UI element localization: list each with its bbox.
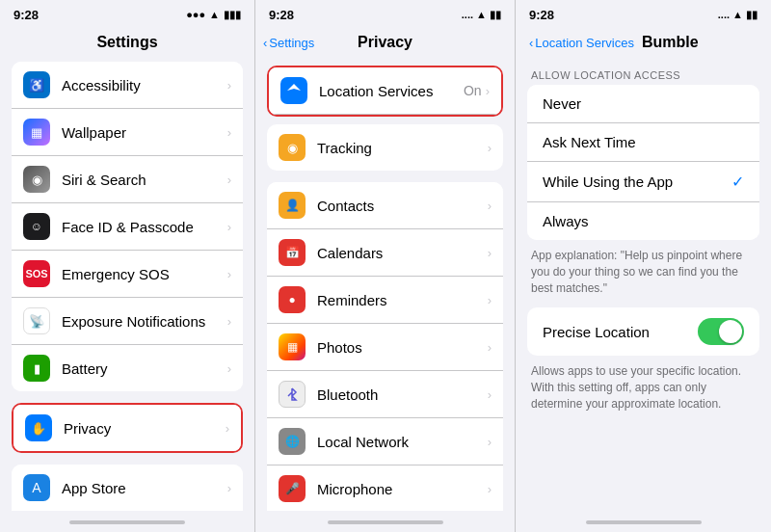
- list-item-battery[interactable]: ▮ Battery ›: [12, 345, 243, 391]
- microphone-p-icon: 🎤: [279, 475, 306, 502]
- location-value: On: [464, 83, 482, 98]
- tracking-chevron: ›: [488, 141, 492, 155]
- sos-chevron: ›: [227, 267, 231, 281]
- signal-icon-m: .... ▲ ▮▮: [462, 9, 501, 21]
- list-item-faceid[interactable]: ☺ Face ID & Passcode ›: [12, 203, 243, 251]
- left-scroll: ♿ Accessibility › ▦ Wallpaper › ◉ Siri &…: [0, 62, 254, 511]
- left-title: Settings: [96, 34, 157, 51]
- list-item-exposure[interactable]: 📡 Exposure Notifications ›: [12, 298, 243, 345]
- option-never[interactable]: Never: [527, 85, 759, 123]
- tracking-icon: ◉: [279, 134, 306, 161]
- svg-marker-0: [287, 84, 301, 91]
- appstore-chevron: ›: [227, 481, 231, 495]
- accessibility-icon: ♿: [23, 71, 50, 98]
- tracking-list: ◉ Tracking ›: [267, 124, 503, 171]
- list-item-location[interactable]: Location Services On ›: [269, 67, 501, 115]
- left-section-1: ♿ Accessibility › ▦ Wallpaper › ◉ Siri &…: [12, 62, 243, 391]
- battery-label: Battery: [62, 360, 227, 377]
- sos-icon: SOS: [23, 260, 50, 287]
- precise-location-row[interactable]: Precise Location: [527, 307, 759, 356]
- battery-chevron: ›: [227, 361, 231, 376]
- photos-p-chevron: ›: [488, 340, 492, 355]
- accessibility-chevron: ›: [227, 78, 231, 93]
- option-next-time[interactable]: Ask Next Time: [527, 123, 759, 162]
- microphone-p-chevron: ›: [488, 482, 492, 496]
- faceid-icon: ☺: [23, 213, 50, 240]
- middle-bottom-bar: [255, 511, 515, 532]
- microphone-p-label: Microphone: [317, 481, 488, 497]
- reminders-p-icon: ●: [279, 286, 306, 313]
- left-bottom-bar: [0, 511, 254, 532]
- always-label: Always: [543, 213, 589, 229]
- precise-location-section: Precise Location: [527, 307, 759, 356]
- precise-location-toggle[interactable]: [698, 318, 744, 345]
- calendars-p-icon: 📅: [279, 239, 306, 266]
- middle-back-label: Settings: [269, 36, 314, 50]
- exposure-chevron: ›: [227, 314, 231, 329]
- precise-description: Allows apps to use your specific locatio…: [516, 356, 771, 423]
- right-back-label: Location Services: [535, 36, 634, 50]
- right-panel: 9:28 .... ▲ ▮▮ ‹ Location Services Bumbl…: [516, 0, 771, 532]
- bluetooth-p-label: Bluetooth: [317, 386, 488, 403]
- reminders-p-chevron: ›: [488, 293, 492, 307]
- bluetooth-svg: [286, 386, 298, 402]
- reminders-p-label: Reminders: [317, 292, 488, 308]
- appstore-label: App Store: [62, 480, 227, 496]
- middle-status-bar: 9:28 .... ▲ ▮▮: [255, 0, 515, 27]
- photos-p-label: Photos: [317, 339, 488, 356]
- list-item-reminders-p[interactable]: ● Reminders ›: [267, 277, 503, 324]
- location-box-wrap: Location Services On ›: [267, 66, 503, 117]
- right-time: 9:28: [529, 8, 554, 22]
- right-bottom-bar: [516, 511, 771, 532]
- localnet-p-label: Local Network: [317, 434, 488, 450]
- chevron-left-icon: ‹: [263, 36, 267, 50]
- list-item-privacy[interactable]: ✋ Privacy ›: [13, 405, 241, 451]
- privacy-label: Privacy: [64, 420, 226, 437]
- calendars-p-label: Calendars: [317, 245, 488, 261]
- location-icon: [280, 77, 307, 104]
- sos-label: Emergency SOS: [62, 266, 227, 282]
- faceid-chevron: ›: [227, 220, 231, 234]
- photos-p-icon: ▦: [279, 333, 306, 360]
- wallpaper-icon: ▦: [23, 119, 50, 146]
- list-item-tracking[interactable]: ◉ Tracking ›: [267, 124, 503, 171]
- contacts-p-chevron: ›: [488, 199, 492, 213]
- left-panel: 9:28 ●●● ▲ ▮▮▮ Settings ♿ Accessibility …: [0, 0, 255, 532]
- middle-back-btn[interactable]: ‹ Settings: [263, 36, 314, 50]
- battery-icon: ▮▮▮: [224, 9, 241, 21]
- wifi-icon: ▲: [209, 9, 220, 20]
- list-item-photos-p[interactable]: ▦ Photos ›: [267, 324, 503, 371]
- siri-icon: ◉: [23, 166, 50, 193]
- wallpaper-chevron: ›: [227, 125, 231, 140]
- never-label: Never: [543, 95, 581, 112]
- next-time-label: Ask Next Time: [543, 134, 636, 150]
- middle-title: Privacy: [358, 34, 412, 51]
- left-time: 9:28: [13, 8, 39, 22]
- middle-panel: 9:28 .... ▲ ▮▮ ‹ Settings Privacy Locati…: [255, 0, 516, 532]
- list-item-appstore[interactable]: A App Store ›: [12, 465, 243, 511]
- siri-chevron: ›: [227, 173, 231, 187]
- location-label: Location Services: [319, 83, 464, 99]
- list-item-calendars-p[interactable]: 📅 Calendars ›: [267, 229, 503, 277]
- faceid-label: Face ID & Passcode: [62, 219, 227, 235]
- privacy-box: ✋ Privacy ›: [12, 403, 243, 453]
- list-item-localnet-p[interactable]: 🌐 Local Network ›: [267, 418, 503, 466]
- contacts-p-icon: 👤: [279, 192, 306, 219]
- privacy-chevron: ›: [226, 421, 229, 436]
- list-item-sos[interactable]: SOS Emergency SOS ›: [12, 251, 243, 298]
- left-status-icons: ●●● ▲ ▮▮▮: [186, 9, 241, 21]
- list-item-microphone-p[interactable]: 🎤 Microphone ›: [267, 466, 503, 511]
- right-scroll: ALLOW LOCATION ACCESS Never Ask Next Tim…: [516, 62, 771, 511]
- appstore-icon: A: [23, 474, 50, 501]
- list-item-accessibility[interactable]: ♿ Accessibility ›: [12, 62, 243, 109]
- exposure-label: Exposure Notifications: [62, 313, 227, 330]
- list-item-wallpaper[interactable]: ▦ Wallpaper ›: [12, 109, 243, 156]
- option-always[interactable]: Always: [527, 202, 759, 240]
- option-while-using[interactable]: While Using the App ✓: [527, 162, 759, 202]
- location-chevron: ›: [486, 84, 490, 98]
- list-item-contacts-p[interactable]: 👤 Contacts ›: [267, 182, 503, 229]
- right-back-btn[interactable]: ‹ Location Services: [529, 36, 634, 50]
- bluetooth-p-icon: [279, 381, 306, 408]
- list-item-bluetooth-p[interactable]: Bluetooth ›: [267, 371, 503, 418]
- list-item-siri[interactable]: ◉ Siri & Search ›: [12, 156, 243, 203]
